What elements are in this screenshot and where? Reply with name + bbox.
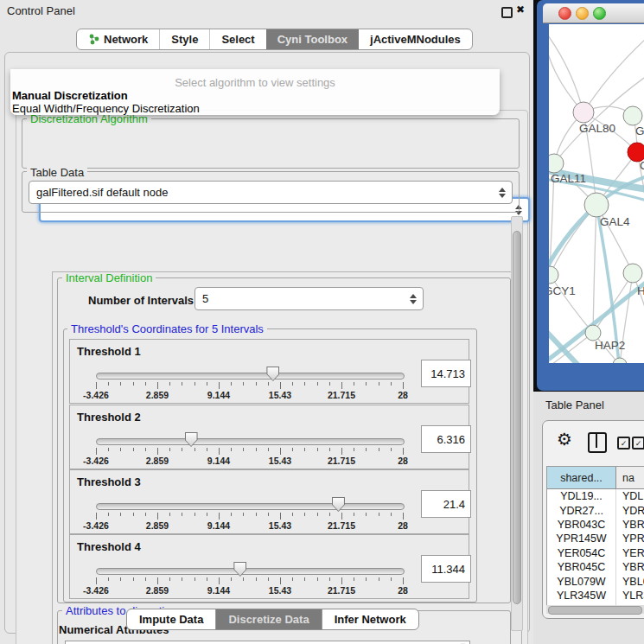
close-traffic-light[interactable]: [558, 7, 571, 20]
combo-arrows-icon: [410, 294, 417, 304]
node-gal4[interactable]: [584, 193, 609, 217]
panel-scrollbar-thumb[interactable]: [513, 231, 521, 604]
cell-shared-name[interactable]: YBR045C: [547, 560, 616, 574]
cell-shared-name[interactable]: YBR043C: [547, 518, 616, 532]
zoom-traffic-light[interactable]: [593, 7, 606, 20]
slider-tick: [268, 382, 269, 386]
cell-name[interactable]: YBR0: [616, 518, 644, 532]
slider-tick: [280, 577, 281, 584]
discretize-form-panel: Discretization Algorithm Table Data galF…: [16, 110, 528, 644]
column-header[interactable]: shared...: [547, 467, 616, 488]
cell-name[interactable]: YLR3: [616, 589, 644, 603]
cell-name[interactable]: YBR0: [616, 560, 644, 574]
network-edge: [549, 24, 583, 112]
network-view-window[interactable]: GAL80GACGAL11GAL4GCY1HHAP2: [537, 0, 644, 391]
table-row[interactable]: YER054CYER0: [547, 546, 644, 560]
cell-shared-name[interactable]: YDL19...: [547, 489, 616, 503]
slider-tick-label: -3.426: [72, 456, 120, 466]
tab-discretize-data[interactable]: Discretize Data: [215, 609, 321, 629]
num-intervals-label: Number of Intervals: [88, 294, 194, 307]
slider-track[interactable]: [96, 438, 405, 445]
slider-tick: [157, 448, 158, 455]
slider-tick: [120, 577, 121, 581]
slider-tick: [341, 577, 342, 584]
cell-name[interactable]: YER0: [616, 546, 644, 560]
tab-label: Discretize Data: [228, 613, 309, 626]
tab-impute-data[interactable]: Impute Data: [127, 609, 215, 629]
cell-shared-name[interactable]: YDR27...: [547, 503, 616, 517]
tab-select[interactable]: Select: [209, 29, 265, 49]
node-h[interactable]: [623, 264, 642, 283]
cell-shared-name[interactable]: YPR145W: [547, 532, 616, 545]
slider-tick-label: 2.859: [133, 456, 182, 466]
slider-tick-label: 28: [379, 585, 427, 596]
cell-shared-name[interactable]: YLR345W: [547, 589, 616, 603]
node-label: HAP2: [595, 339, 625, 352]
network-window-titlebar[interactable]: [543, 3, 644, 23]
cell-name[interactable]: YDR2: [616, 503, 644, 517]
gear-icon[interactable]: ⚙: [557, 430, 572, 448]
threshold-value-field[interactable]: 21.4: [421, 490, 471, 518]
table-row[interactable]: YBR045CYBR0: [547, 560, 644, 574]
slider-tick: [366, 513, 367, 516]
slider-tick: [292, 448, 293, 451]
threshold-row: Threshold 4-3.4262.8599.14415.4321.71528…: [69, 534, 469, 599]
network-edge: [550, 205, 596, 275]
tab-network[interactable]: Network: [77, 29, 159, 49]
node-label: H: [637, 284, 644, 297]
network-canvas[interactable]: GAL80GACGAL11GAL4GCY1HHAP2: [549, 24, 644, 363]
slider-track[interactable]: [96, 568, 405, 575]
table-data-combobox[interactable]: galFiltered.sif default node: [29, 181, 513, 204]
cell-shared-name[interactable]: YBL079W: [547, 574, 616, 588]
node-table[interactable]: shared...na YDL19...YDL1YDR27...YDR2YBR0…: [546, 466, 644, 606]
tab-style[interactable]: Style: [159, 29, 209, 49]
table-row[interactable]: YBR043CYBR0: [547, 518, 644, 532]
table-row[interactable]: YPR145WYPR1: [547, 532, 644, 545]
tab-infer-network[interactable]: Infer Network: [322, 609, 418, 629]
slider-tick: [304, 382, 305, 386]
table-row[interactable]: YDL19...YDL1: [547, 489, 644, 503]
threshold-row: Threshold 3-3.4262.8599.14415.4321.71528…: [69, 469, 469, 534]
tab-jactivemnodules[interactable]: jActiveMNodules: [359, 29, 472, 49]
node-gal11[interactable]: [549, 154, 564, 173]
tab-label: Network: [104, 33, 148, 46]
slider-tick: [304, 513, 305, 516]
node-gal80[interactable]: [573, 102, 594, 123]
close-icon[interactable]: ✖: [516, 3, 525, 16]
network-graph[interactable]: GAL80GACGAL11GAL4GCY1HHAP2: [549, 24, 644, 363]
slider-tick: [108, 382, 109, 386]
slider-track[interactable]: [96, 373, 405, 379]
slider-track[interactable]: [96, 503, 405, 510]
split-view-icon[interactable]: [588, 432, 607, 453]
float-window-icon[interactable]: [501, 7, 513, 18]
attributes-list[interactable]: SelfLoopsTopologicalCoefficientBetweenne…: [65, 641, 470, 644]
checkbox-icon[interactable]: ✓: [617, 437, 630, 450]
threshold-value-field[interactable]: 14.713: [421, 360, 471, 387]
column-header[interactable]: na: [616, 467, 644, 488]
panel-scrollbar[interactable]: [511, 216, 523, 631]
table-scrollbar-thumb[interactable]: [548, 606, 642, 615]
thresholds-group-label: Threshold's Coordinates for 5 Intervals: [67, 322, 267, 335]
node-gcy1[interactable]: [549, 266, 558, 284]
num-intervals-combobox[interactable]: 5: [194, 287, 424, 310]
cell-name[interactable]: YBL0: [616, 574, 644, 588]
tab-cyni-toolbox[interactable]: Cyni Toolbox: [266, 29, 359, 49]
table-row[interactable]: YBL079WYBL0: [547, 574, 644, 588]
node-top-right[interactable]: [623, 106, 642, 125]
slider-tick: [169, 382, 170, 386]
slider-tick-label: 9.144: [194, 520, 243, 531]
cell-shared-name[interactable]: YER054C: [547, 546, 616, 560]
dropdown-option-equal-width[interactable]: Equal Width/Frequency Discretization: [12, 102, 200, 115]
cell-name[interactable]: YPR1: [616, 532, 644, 545]
cell-name[interactable]: YDL1: [616, 489, 644, 503]
table-row[interactable]: YDR27...YDR2: [547, 503, 644, 517]
table-horizontal-scrollbar[interactable]: [546, 605, 644, 614]
threshold-value-field[interactable]: 6.316: [421, 425, 471, 453]
minimize-traffic-light[interactable]: [576, 7, 589, 20]
table-row[interactable]: YLR345WYLR3: [547, 589, 644, 603]
bottom-tab-bar: Impute Data Discretize Data Infer Networ…: [126, 609, 419, 630]
checkbox-icon[interactable]: ✓: [632, 437, 644, 450]
dropdown-option-manual[interactable]: Manual Discretization: [12, 89, 128, 102]
node-label: GAL4: [600, 215, 630, 228]
threshold-value-field[interactable]: 11.344: [421, 555, 471, 583]
